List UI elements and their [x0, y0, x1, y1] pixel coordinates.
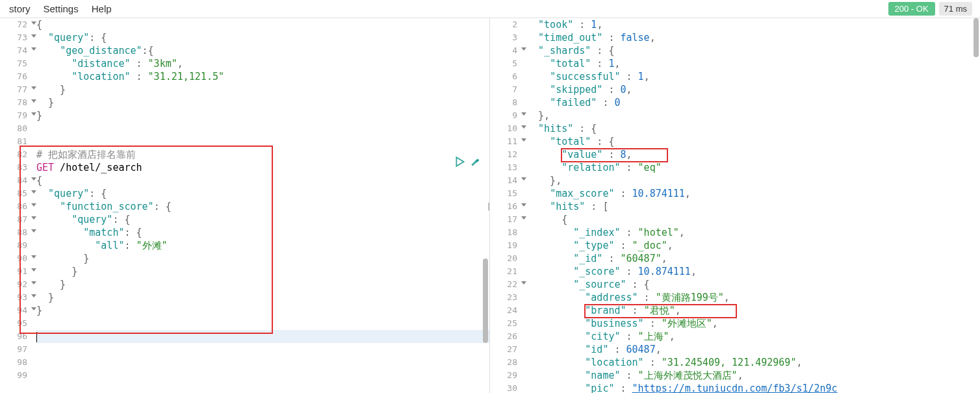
fold-icon[interactable]	[31, 34, 36, 38]
fold-icon[interactable]	[31, 99, 36, 103]
fold-icon[interactable]	[31, 86, 36, 90]
code-line[interactable]: "distance" : "3km",	[36, 57, 489, 70]
code-line[interactable]: "match": {	[36, 226, 489, 239]
line-number: 7	[490, 83, 521, 96]
code-line[interactable]: "skipped" : 0,	[526, 83, 980, 96]
code-line[interactable]: },	[526, 174, 980, 187]
fold-icon[interactable]	[521, 281, 526, 285]
code-line[interactable]: "all": "外滩"	[36, 239, 489, 252]
code-line[interactable]	[36, 317, 489, 330]
menu-settings[interactable]: Settings	[37, 2, 85, 16]
code-line[interactable]: "_score" : 10.874111,	[526, 265, 980, 278]
request-pane[interactable]: 7273747576777879808182838485868788899091…	[0, 18, 490, 393]
code-line[interactable]: }	[36, 252, 489, 265]
code-line[interactable]: "timed_out" : false,	[526, 31, 980, 44]
code-line[interactable]: "hits" : [	[526, 200, 980, 213]
code-line[interactable]	[36, 122, 489, 135]
code-line[interactable]: "relation" : "eq"	[526, 161, 980, 174]
code-line[interactable]	[36, 369, 489, 382]
code-line[interactable]: }	[36, 83, 489, 96]
fold-icon[interactable]	[31, 255, 36, 259]
code-line[interactable]: "value" : 8,	[526, 148, 980, 161]
code-line[interactable]: "address" : "黄浦路199号",	[526, 291, 980, 304]
timing-badge: 71 ms	[939, 2, 972, 16]
fold-icon[interactable]	[31, 307, 36, 311]
line-number: 97	[0, 343, 31, 356]
line-number: 93	[0, 291, 31, 304]
code-line[interactable]: {	[36, 18, 489, 31]
code-line[interactable]	[36, 356, 489, 369]
fold-icon[interactable]	[521, 112, 526, 116]
fold-icon[interactable]	[31, 216, 36, 220]
code-line[interactable]: "function_score": {	[36, 200, 489, 213]
run-query-icon[interactable]	[454, 156, 466, 168]
code-line[interactable]: "_id" : "60487",	[526, 252, 980, 265]
code-line[interactable]: "_index" : "hotel",	[526, 226, 980, 239]
fold-icon[interactable]	[31, 294, 36, 298]
code-line[interactable]: "business" : "外滩地区",	[526, 317, 980, 330]
code-line[interactable]: "successful" : 1,	[526, 70, 980, 83]
code-line[interactable]	[36, 343, 489, 356]
fold-icon[interactable]	[31, 21, 36, 25]
fold-icon[interactable]	[521, 125, 526, 129]
code-line[interactable]: {	[36, 174, 489, 187]
code-line[interactable]: "hits" : {	[526, 122, 980, 135]
code-line[interactable]: "geo_distance":{	[36, 44, 489, 57]
scrollbar-left[interactable]	[483, 259, 488, 343]
fold-icon[interactable]	[521, 216, 526, 220]
code-line[interactable]: "brand" : "君悦",	[526, 304, 980, 317]
code-line[interactable]: }	[36, 96, 489, 109]
code-line[interactable]: "max_score" : 10.874111,	[526, 187, 980, 200]
code-line[interactable]	[36, 330, 489, 343]
code-line[interactable]: "id" : 60487,	[526, 343, 980, 356]
code-line[interactable]: }	[36, 291, 489, 304]
code-line[interactable]: "location" : "31.245409, 121.492969",	[526, 356, 980, 369]
code-line[interactable]: "query": {	[36, 213, 489, 226]
code-line[interactable]	[36, 135, 489, 148]
code-line[interactable]: }	[36, 278, 489, 291]
response-pane[interactable]: 2345678910111213141516171819202122232425…	[490, 18, 980, 393]
code-line[interactable]: "pic" : "https://m.tuniucdn.com/fb3/s1/2…	[526, 382, 980, 393]
code-line[interactable]: "_source" : {	[526, 278, 980, 291]
code-line[interactable]: {	[526, 213, 980, 226]
line-number: 20	[490, 252, 521, 265]
code-line[interactable]: "_shards" : {	[526, 44, 980, 57]
fold-icon[interactable]	[31, 190, 36, 194]
code-line[interactable]: "city" : "上海",	[526, 330, 980, 343]
fold-icon[interactable]	[521, 177, 526, 181]
line-number: 24	[490, 304, 521, 317]
code-line[interactable]: }	[36, 304, 489, 317]
code-line[interactable]: "location" : "31.21,121.5"	[36, 70, 489, 83]
code-line[interactable]: "took" : 1,	[526, 18, 980, 31]
line-number: 99	[0, 369, 31, 382]
code-line[interactable]: "name" : "上海外滩茂悦大酒店",	[526, 369, 980, 382]
fold-icon[interactable]	[31, 229, 36, 233]
code-line[interactable]: "total" : {	[526, 135, 980, 148]
code-line[interactable]: GET /hotel/_search	[36, 161, 489, 174]
code-line[interactable]: "_type" : "_doc",	[526, 239, 980, 252]
menu-story[interactable]: story	[3, 2, 37, 16]
code-line[interactable]: # 把如家酒店排名靠前	[36, 148, 489, 161]
code-line[interactable]: "query": {	[36, 187, 489, 200]
code-line[interactable]: "failed" : 0	[526, 96, 980, 109]
fold-icon[interactable]	[31, 268, 36, 272]
fold-icon[interactable]	[521, 203, 526, 207]
wrench-icon[interactable]	[470, 156, 482, 168]
fold-icon[interactable]	[521, 47, 526, 51]
line-number: 74	[0, 44, 31, 57]
code-line[interactable]: },	[526, 109, 980, 122]
fold-icon[interactable]	[31, 112, 36, 116]
line-number: 94	[0, 304, 31, 317]
line-number: 81	[0, 135, 31, 148]
fold-icon[interactable]	[31, 47, 36, 51]
code-line[interactable]: }	[36, 265, 489, 278]
fold-icon[interactable]	[31, 203, 36, 207]
fold-icon[interactable]	[31, 177, 36, 181]
menu-help[interactable]: Help	[85, 2, 118, 16]
code-line[interactable]: "query": {	[36, 31, 489, 44]
code-line[interactable]: }	[36, 109, 489, 122]
fold-icon[interactable]	[31, 281, 36, 285]
code-line[interactable]: "total" : 1,	[526, 57, 980, 70]
fold-icon[interactable]	[521, 138, 526, 142]
scrollbar-right[interactable]	[974, 18, 979, 57]
